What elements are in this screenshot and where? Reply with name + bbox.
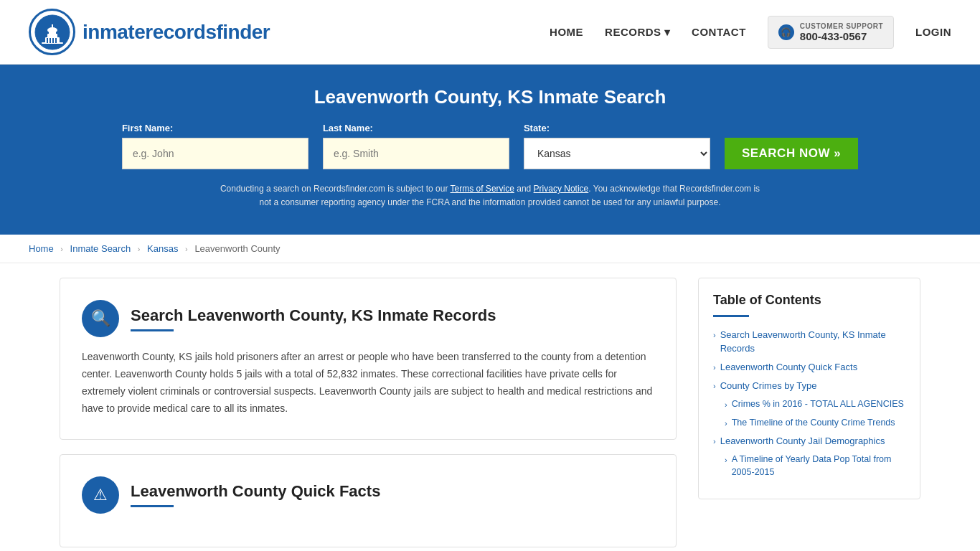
breadcrumb-inmate-search[interactable]: Inmate Search xyxy=(70,243,131,254)
search-form: First Name: Last Name: State: Kansas SEA… xyxy=(29,123,951,169)
breadcrumb-sep-2: › xyxy=(138,245,141,253)
chevron-right-icon: › xyxy=(713,330,716,341)
card-2-underline xyxy=(131,505,174,507)
toc-item-1: › Search Leavenworth County, KS Inmate R… xyxy=(713,329,905,354)
toc-link-6[interactable]: › Leavenworth County Jail Demographics xyxy=(713,435,905,448)
chevron-right-icon: › xyxy=(713,436,716,447)
breadcrumb: Home › Inmate Search › Kansas › Leavenwo… xyxy=(0,235,980,263)
search-button[interactable]: SEARCH NOW » xyxy=(725,138,858,169)
hero-section: Leavenworth County, KS Inmate Search Fir… xyxy=(0,65,980,235)
support-label: CUSTOMER SUPPORT xyxy=(800,22,883,30)
toc-divider xyxy=(713,315,749,317)
last-name-input[interactable] xyxy=(323,138,509,169)
svg-rect-5 xyxy=(52,24,53,30)
nav-login[interactable]: LOGIN xyxy=(915,26,951,38)
nav-home[interactable]: HOME xyxy=(550,26,583,38)
toc-item-2: › Leavenworth County Quick Facts xyxy=(713,361,905,374)
terms-link[interactable]: Terms of Service xyxy=(451,184,514,194)
quick-facts-card: ⚠ Leavenworth County Quick Facts xyxy=(60,454,677,547)
customer-support[interactable]: 🎧 CUSTOMER SUPPORT 800-433-0567 xyxy=(768,16,894,49)
search-icon: 🔍 xyxy=(82,300,119,337)
toc-list: › Search Leavenworth County, KS Inmate R… xyxy=(713,329,905,479)
toc-link-5[interactable]: › The Timeline of the County Crime Trend… xyxy=(725,417,905,430)
nav-records[interactable]: RECORDS ▾ xyxy=(605,26,670,39)
sidebar: Table of Contents › Search Leavenworth C… xyxy=(698,278,920,551)
last-name-group: Last Name: xyxy=(323,123,509,169)
breadcrumb-kansas[interactable]: Kansas xyxy=(147,243,178,254)
state-label: State: xyxy=(524,123,550,133)
inmate-records-card: 🔍 Search Leavenworth County, KS Inmate R… xyxy=(60,278,677,439)
toc-link-4[interactable]: › Crimes % in 2016 - TOTAL ALL AGENCIES xyxy=(725,398,905,411)
toc-link-3[interactable]: › County Crimes by Type xyxy=(713,380,905,392)
toc-item-7: › A Timeline of Yearly Data Pop Total fr… xyxy=(713,453,905,479)
logo-text: inmaterecordsfinder xyxy=(83,21,270,44)
first-name-group: First Name: xyxy=(122,123,308,169)
svg-rect-7 xyxy=(47,38,48,43)
toc-item-3: › County Crimes by Type xyxy=(713,380,905,392)
toc-item-4: › Crimes % in 2016 - TOTAL ALL AGENCIES xyxy=(713,398,905,411)
state-select[interactable]: Kansas xyxy=(524,138,710,169)
toc-link-2[interactable]: › Leavenworth County Quick Facts xyxy=(713,361,905,374)
breadcrumb-sep-3: › xyxy=(185,245,188,253)
chevron-down-icon: ▾ xyxy=(664,26,671,39)
breadcrumb-sep-1: › xyxy=(60,245,63,253)
chevron-right-icon: › xyxy=(713,381,716,392)
warning-icon: ⚠ xyxy=(82,476,119,514)
first-name-label: First Name: xyxy=(122,123,174,133)
card-2-title: Leavenworth County Quick Facts xyxy=(131,482,380,501)
svg-rect-9 xyxy=(52,38,54,43)
article: 🔍 Search Leavenworth County, KS Inmate R… xyxy=(60,278,677,551)
first-name-input[interactable] xyxy=(122,138,308,169)
toc-item-5: › The Timeline of the County Crime Trend… xyxy=(713,417,905,430)
toc-card: Table of Contents › Search Leavenworth C… xyxy=(698,278,920,499)
chevron-right-icon: › xyxy=(725,400,727,410)
main-nav: HOME RECORDS ▾ CONTACT 🎧 CUSTOMER SUPPOR… xyxy=(550,16,951,49)
site-header: inmaterecordsfinder HOME RECORDS ▾ CONTA… xyxy=(0,0,980,65)
toc-item-6: › Leavenworth County Jail Demographics xyxy=(713,435,905,448)
logo-icon xyxy=(29,9,75,55)
main-content: 🔍 Search Leavenworth County, KS Inmate R… xyxy=(31,278,949,551)
svg-rect-10 xyxy=(55,38,57,43)
state-group: State: Kansas xyxy=(524,123,710,169)
svg-rect-8 xyxy=(50,38,51,43)
headset-icon: 🎧 xyxy=(778,24,794,40)
toc-link-7[interactable]: › A Timeline of Yearly Data Pop Total fr… xyxy=(725,453,905,479)
card-1-underline xyxy=(131,329,174,331)
toc-title: Table of Contents xyxy=(713,293,905,308)
card-1-title: Search Leavenworth County, KS Inmate Rec… xyxy=(131,306,496,325)
chevron-right-icon: › xyxy=(713,362,716,373)
chevron-right-icon: › xyxy=(725,418,727,429)
disclaimer-text: Conducting a search on Recordsfinder.com… xyxy=(217,182,763,209)
card-1-body: Leavenworth County, KS jails hold prison… xyxy=(82,349,654,417)
breadcrumb-current: Leavenworth County xyxy=(194,243,280,254)
toc-link-1[interactable]: › Search Leavenworth County, KS Inmate R… xyxy=(713,329,905,354)
last-name-label: Last Name: xyxy=(323,123,373,133)
nav-contact[interactable]: CONTACT xyxy=(692,26,746,38)
privacy-link[interactable]: Privacy Notice xyxy=(534,184,589,194)
hero-title: Leavenworth County, KS Inmate Search xyxy=(29,86,951,108)
support-phone: 800-433-0567 xyxy=(800,30,883,42)
chevron-right-icon: › xyxy=(725,455,727,466)
breadcrumb-home[interactable]: Home xyxy=(29,243,54,254)
logo[interactable]: inmaterecordsfinder xyxy=(29,9,270,55)
